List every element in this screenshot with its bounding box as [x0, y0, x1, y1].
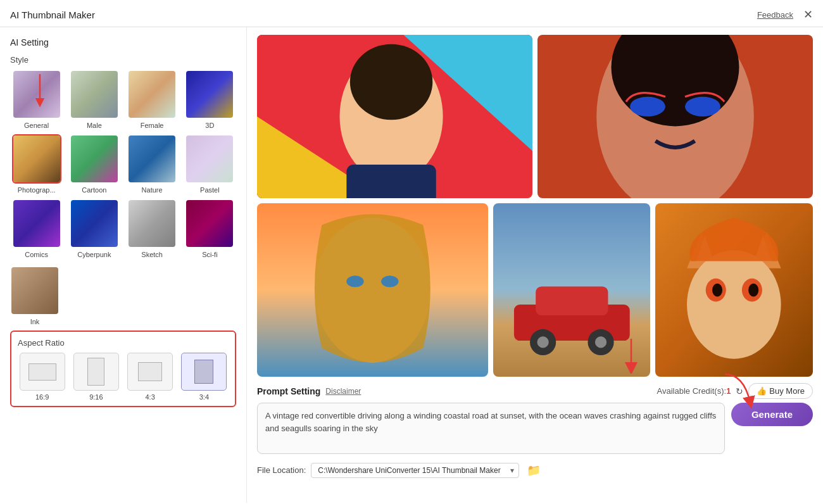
aspect-thumb-4-3	[127, 353, 173, 391]
ai-setting-title: AI Setting	[10, 37, 236, 47]
svg-point-29	[687, 250, 781, 358]
feedback-link[interactable]: Feedback	[757, 10, 793, 20]
aspect-inner-4-3	[138, 362, 162, 381]
svg-point-33	[749, 284, 759, 297]
style-name-female: Female	[141, 122, 164, 129]
style-thumb-comics	[12, 199, 61, 248]
style-item-cartoon[interactable]: Cartoon	[68, 134, 120, 194]
folder-icon[interactable]: 📁	[527, 463, 541, 477]
style-thumb-inner-scifi	[186, 200, 233, 247]
style-name-photo: Photograp...	[18, 186, 56, 194]
style-item-male[interactable]: Male	[68, 70, 120, 129]
prompt-generate-row: Generate	[257, 403, 813, 459]
aspect-thumb-9-16	[73, 353, 119, 391]
aspect-item-9-16[interactable]: 9:16	[72, 353, 120, 401]
style-thumb-male	[70, 70, 119, 119]
style-thumb-inner-nature	[129, 135, 175, 182]
svg-point-22	[595, 336, 606, 348]
style-item-scifi[interactable]: Sci-fi	[184, 199, 236, 258]
left-panel: AI Setting Style General	[0, 27, 247, 503]
style-item-nature[interactable]: Nature	[126, 134, 179, 194]
aspect-item-4-3[interactable]: 4:3	[126, 353, 175, 401]
svg-point-15	[381, 275, 398, 287]
disclaimer-link[interactable]: Disclaimer	[325, 387, 361, 396]
style-item-female[interactable]: Female	[126, 70, 179, 129]
svg-rect-6	[346, 165, 436, 198]
thumbnail-row2	[257, 203, 813, 377]
style-thumb-3d	[185, 70, 234, 119]
svg-point-32	[712, 284, 722, 297]
main-layout: AI Setting Style General	[0, 27, 823, 503]
style-name-comics: Comics	[25, 251, 48, 258]
style-thumb-ink	[10, 266, 60, 315]
thumbnail-grid	[257, 35, 813, 377]
right-panel: Prompt Setting Disclaimer Available Cred…	[247, 27, 823, 503]
style-thumb-inner-3d	[186, 71, 233, 118]
aspect-inner-3-4	[194, 360, 213, 384]
style-thumb-inner-photo	[13, 135, 60, 182]
thumbnail-makeup-woman[interactable]	[537, 35, 813, 198]
buy-more-label: Buy More	[769, 386, 805, 396]
arrow-general-icon	[21, 71, 59, 109]
style-name-3d: 3D	[205, 122, 214, 129]
style-item-photo[interactable]: Photograp...	[10, 134, 63, 194]
prompt-header-left: Prompt Setting Disclaimer	[257, 386, 361, 396]
style-name-nature: Nature	[142, 186, 163, 194]
aspect-ratio-grid: 16:9 9:16 4:3	[18, 353, 229, 401]
style-item-3d[interactable]: 3D	[184, 70, 236, 129]
prompt-textarea[interactable]	[265, 410, 717, 447]
prompt-section[interactable]	[257, 403, 725, 454]
svg-point-21	[537, 336, 548, 348]
style-thumb-nature	[127, 134, 177, 184]
style-name-general: General	[24, 122, 49, 129]
style-grid: General Male Female 3D	[10, 70, 236, 258]
style-name-sketch: Sketch	[141, 251, 163, 258]
file-path-select[interactable]: C:\Wondershare UniConverter 15\AI Thumbn…	[311, 463, 519, 478]
style-item-cyberpunk[interactable]: Cyberpunk	[68, 199, 120, 258]
style-thumb-photo	[12, 134, 61, 184]
style-thumb-inner-cartoon	[71, 135, 118, 182]
app-title: AI Thumbnail Maker	[10, 9, 95, 20]
header-right: Feedback ✕	[757, 8, 813, 22]
thumbnail-young-man[interactable]	[257, 35, 532, 198]
style-item-comics[interactable]: Comics	[10, 199, 63, 258]
thumbnail-blonde-girl[interactable]	[257, 203, 488, 377]
app-header: AI Thumbnail Maker Feedback ✕	[0, 0, 823, 27]
style-thumb-inner-female	[129, 71, 175, 118]
aspect-inner-9-16	[87, 358, 104, 386]
aspect-label-3-4: 3:4	[199, 393, 209, 401]
prompt-setting-title: Prompt Setting	[257, 386, 320, 396]
file-location-label: File Location:	[257, 465, 306, 475]
style-thumb-pastel	[185, 134, 234, 184]
style-thumb-general	[12, 70, 61, 119]
close-button[interactable]: ✕	[803, 8, 813, 22]
svg-point-14	[346, 275, 363, 287]
aspect-ratio-section: Aspect Ratio 16:9 9:16	[10, 331, 236, 407]
style-thumb-inner-comics	[13, 200, 60, 247]
style-item-general[interactable]: General	[10, 70, 63, 129]
svg-point-5	[350, 44, 433, 120]
aspect-item-16-9[interactable]: 16:9	[18, 353, 66, 401]
style-name-male: Male	[87, 122, 102, 129]
style-thumb-cyberpunk	[70, 199, 119, 248]
thumbnail-anime-fox[interactable]	[655, 203, 813, 377]
style-thumb-inner-ink	[11, 267, 58, 314]
svg-point-10	[630, 97, 665, 117]
style-item-ink[interactable]: Ink	[10, 266, 60, 325]
style-thumb-inner-sketch	[129, 200, 175, 247]
style-thumb-scifi	[185, 199, 234, 248]
file-path-wrapper: C:\Wondershare UniConverter 15\AI Thumbn…	[311, 463, 519, 478]
aspect-item-3-4[interactable]: 3:4	[180, 353, 229, 401]
style-name-cyberpunk: Cyberpunk	[77, 251, 111, 258]
style-item-sketch[interactable]: Sketch	[126, 199, 179, 258]
aspect-label-9-16: 9:16	[89, 393, 103, 401]
style-item-pastel[interactable]: Pastel	[184, 134, 236, 194]
style-thumb-inner-male	[71, 71, 118, 118]
style-thumb-female	[127, 70, 177, 119]
style-name-cartoon: Cartoon	[82, 186, 106, 194]
aspect-inner-16-9	[28, 363, 56, 381]
bottom-bar: File Location: C:\Wondershare UniConvert…	[257, 463, 813, 478]
thumbnail-red-car[interactable]	[493, 203, 651, 377]
style-name-pastel: Pastel	[200, 186, 220, 194]
style-label: Style	[10, 55, 236, 65]
